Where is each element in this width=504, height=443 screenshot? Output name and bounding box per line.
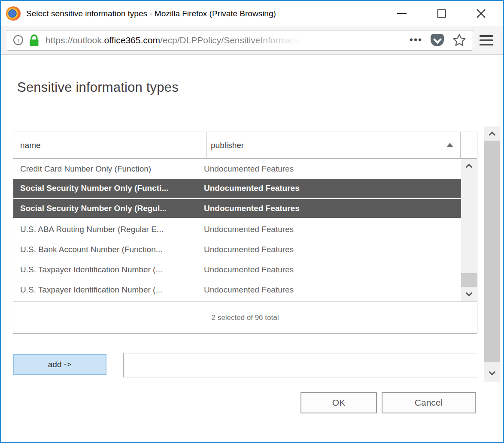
add-button[interactable]: add -> [13, 354, 106, 375]
url-domain: office365.com [104, 35, 160, 45]
row-name-cell: Credit Card Number Only (Function) [13, 164, 200, 174]
selection-status: 2 selected of 96 total [13, 301, 477, 333]
column-header-publisher[interactable]: publisher [206, 132, 461, 158]
minimize-button[interactable] [392, 5, 412, 22]
close-button[interactable] [471, 5, 491, 22]
maximize-button[interactable] [431, 5, 451, 22]
ok-button[interactable]: OK [301, 392, 377, 413]
url-path: /ecp/DLPPolicy/SensitiveInformation [160, 35, 306, 45]
row-name-cell: U.S. ABA Routing Number (Regular E... [13, 225, 200, 234]
table-rows: Credit Card Number Only (Function) Undoc… [13, 159, 462, 300]
row-publisher-cell: Undocumented Features [200, 265, 462, 274]
window-controls [392, 5, 491, 22]
page-scroll-up-button[interactable] [484, 127, 500, 141]
table-row[interactable]: U.S. Bank Account Number (Function... Un… [13, 239, 462, 259]
bookmark-star-icon[interactable] [452, 33, 467, 48]
menu-button[interactable] [480, 35, 493, 45]
close-icon [476, 9, 486, 18]
table-row[interactable]: U.S. Taxpayer Identification Number (...… [13, 259, 462, 280]
row-name-cell: U.S. Taxpayer Identification Number (... [13, 285, 200, 295]
secure-lock-icon[interactable] [29, 34, 39, 47]
row-name-cell: Social Security Number Only (Functi... [13, 184, 200, 193]
row-name-cell: U.S. Bank Account Number (Function... [13, 245, 200, 254]
page-title: Sensitive information types [17, 80, 179, 95]
row-publisher-cell: Undocumented Features [200, 285, 462, 295]
column-header-name[interactable]: name [13, 132, 206, 158]
list-scrollbar-thumb[interactable] [461, 273, 477, 289]
header-scrollbar-strip [461, 132, 477, 158]
navigation-toolbar: i https://outlook.office365.com/ecp/DLPP… [1, 26, 503, 55]
row-publisher-cell: Undocumented Features [200, 245, 462, 254]
sensitive-types-table: name publisher Credit Card Number Only (… [13, 132, 477, 334]
chevron-up-icon [466, 164, 473, 171]
row-name-cell: Social Security Number Only (Regul... [13, 204, 200, 213]
url-scheme-host: https://outlook. [46, 35, 104, 45]
row-name-cell: U.S. Taxpayer Identification Number (... [13, 265, 200, 274]
site-info-icon[interactable]: i [13, 35, 23, 45]
list-scroll-up-button[interactable] [461, 159, 477, 173]
chevron-down-icon [466, 290, 473, 297]
table-body: Credit Card Number Only (Function) Undoc… [13, 159, 477, 301]
chevron-down-icon [489, 368, 495, 375]
table-row[interactable]: Social Security Number Only (Functi... U… [13, 179, 462, 199]
window-title: Select sensitive information types - Moz… [26, 9, 276, 18]
table-row[interactable]: Social Security Number Only (Regul... Un… [13, 199, 462, 219]
page-scrollbar[interactable] [484, 127, 500, 382]
minimize-icon [397, 13, 407, 14]
table-header: name publisher [13, 132, 477, 159]
firefox-logo-icon [6, 6, 21, 21]
hamburger-icon [480, 35, 493, 37]
row-publisher-cell: Undocumented Features [200, 204, 462, 213]
maximize-icon [437, 9, 446, 18]
row-publisher-cell: Undocumented Features [200, 184, 462, 193]
cancel-button[interactable]: Cancel [382, 392, 476, 413]
row-publisher-cell: Undocumented Features [200, 164, 462, 174]
table-row[interactable]: Credit Card Number Only (Function) Undoc… [13, 159, 462, 179]
pocket-icon[interactable] [431, 34, 444, 46]
sort-ascending-icon [446, 143, 453, 147]
browser-window: Select sensitive information types - Moz… [0, 0, 504, 443]
title-bar: Select sensitive information types - Moz… [1, 1, 503, 26]
selected-items-input[interactable] [123, 353, 478, 377]
list-scroll-down-button[interactable] [461, 287, 477, 301]
page-scroll-down-button[interactable] [484, 365, 500, 382]
urlbar-actions: ••• [410, 33, 467, 48]
url-bar[interactable]: i https://outlook.office365.com/ecp/DLPP… [7, 30, 473, 51]
table-row[interactable]: U.S. ABA Routing Number (Regular E... Un… [13, 219, 462, 239]
page-actions-icon[interactable]: ••• [410, 35, 422, 45]
url-text[interactable]: https://outlook.office365.com/ecp/DLPPol… [46, 35, 406, 45]
chevron-up-icon [489, 132, 495, 139]
table-row[interactable]: U.S. Taxpayer Identification Number (...… [13, 280, 462, 300]
list-scrollbar[interactable] [461, 159, 477, 301]
row-publisher-cell: Undocumented Features [200, 225, 462, 234]
page-scrollbar-thumb[interactable] [484, 141, 500, 362]
